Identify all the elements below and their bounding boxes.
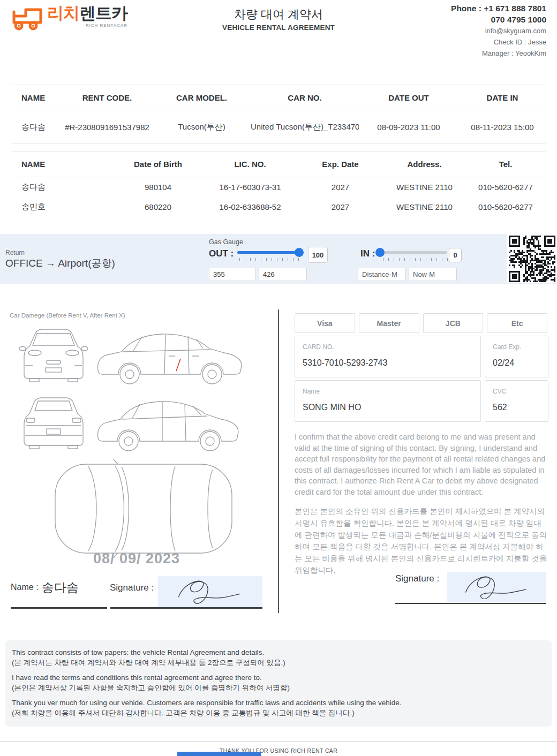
gas-gauge-label: Gas Gauge: [209, 238, 243, 246]
odometer-in-input[interactable]: [259, 268, 307, 281]
bottom-divider: [0, 741, 557, 742]
col-date-in: DATE IN: [458, 85, 546, 110]
bottom-blue-bar: [177, 752, 261, 756]
driver2-dob: 680220: [112, 197, 204, 217]
rental-agreement-page: 리치렌트카 RICH RENTACAR 차량 대여 계약서 VEHICLE RE…: [0, 0, 557, 756]
col-lic-no: LIC. NO.: [204, 152, 297, 177]
gas-out-ticks: [239, 258, 303, 261]
renter-signature-label: Signature :: [110, 583, 154, 593]
card-exp-box[interactable]: Card Exp. 02/24: [485, 336, 548, 377]
qr-code-box: [507, 234, 557, 283]
contract-notes: This contract consists of tow papers: th…: [5, 640, 552, 727]
card-name-label: Name: [303, 388, 473, 395]
note-3-ko: (저희 차량을 이용해 주셔서 대단히 감사합니다. 고객은 차량 이용 중 교…: [12, 708, 545, 718]
col-car-no: CAR NO.: [251, 85, 359, 110]
card-name-box[interactable]: Name SONG MIN HO: [295, 380, 481, 422]
gas-in-slider[interactable]: [377, 247, 447, 257]
card-type-tabs: Visa Master JCB Etc: [295, 313, 547, 333]
driver-row-2: 송민호 680220 16-02-633688-52 2027 WESTINE …: [11, 197, 546, 217]
driver2-address: WESTINE 2110: [384, 197, 465, 217]
car-damage-diagram[interactable]: [8, 319, 272, 561]
confirmation-text-en: I confirm that the above credit card bel…: [295, 432, 548, 497]
driver1-address: WESTINE 2110: [384, 177, 465, 197]
col-driver-name: NAME: [11, 152, 112, 177]
qr-code: [509, 236, 555, 282]
tab-master[interactable]: Master: [359, 313, 419, 333]
gas-out-value: 100: [308, 247, 328, 263]
driver-table-header-row: NAME Date of Birth LIC. NO. Exp. Date Ad…: [11, 152, 546, 177]
phone-primary: Phone : +1 671 888 7801: [451, 3, 546, 14]
return-label: Return: [5, 249, 25, 256]
driver2-exp: 2027: [297, 197, 384, 217]
rental-table-header-row: NAME RENT CODE. CAR MODEL. CAR NO. DATE …: [11, 85, 546, 110]
date-out: 08-09-2023 11:00: [359, 110, 458, 144]
card-cvc-box[interactable]: CVC 562: [485, 380, 548, 422]
driver2-lic: 16-02-633688-52: [204, 197, 297, 217]
manager-name: Manager : YeookKim: [451, 48, 546, 59]
driver1-exp: 2027: [297, 177, 384, 197]
vertical-divider: [278, 309, 279, 613]
gas-out-slider-thumb[interactable]: [295, 248, 304, 257]
car-model: Tucson(투산): [153, 110, 251, 144]
contact-email: info@skyguam.com: [451, 25, 546, 36]
renter-name: 송다솜: [11, 110, 62, 144]
damage-mark-red: [176, 359, 180, 371]
thank-you-text: THANK YOU FOR USING RICH RENT CAR: [0, 747, 557, 754]
confirmation-text-ko: 본인은 본인의 소유인 위의 신용카드를 본인이 제시하였으며 본 계약서의 서…: [295, 505, 548, 576]
card-signature-label: Signature :: [395, 573, 439, 584]
tab-jcb[interactable]: JCB: [423, 313, 484, 333]
card-signature-pad[interactable]: [447, 572, 546, 602]
renter-name-label: Name :: [11, 583, 39, 592]
renter-signature-line: [110, 607, 262, 609]
driver1-name: 송다솜: [11, 177, 112, 197]
date-in: 08-11-2023 15:00: [458, 110, 546, 144]
col-rent-code: RENT CODE.: [62, 85, 153, 110]
col-tel: Tel.: [465, 152, 546, 177]
gas-in-ticks: [383, 258, 448, 261]
rental-table: NAME RENT CODE. CAR MODEL. CAR NO. DATE …: [11, 85, 546, 144]
col-date-out: DATE OUT: [359, 85, 458, 110]
card-exp-value: 02/24: [493, 358, 540, 368]
col-exp-date: Exp. Date: [297, 152, 384, 177]
driver2-tel: 010-5620-6277: [465, 197, 546, 217]
note-3: Thank you ver much for using our vehide.…: [12, 698, 545, 718]
gas-in-value: 0: [449, 248, 462, 262]
check-id: Check ID : Jesse: [451, 36, 546, 48]
driver1-dob: 980104: [112, 177, 204, 197]
col-dob: Date of Birth: [112, 152, 204, 177]
contact-block: Phone : +1 671 888 7801 070 4795 1000 in…: [451, 3, 546, 59]
car-damage-label: Car Damege (Before Rent V, After Rent X): [10, 312, 125, 319]
note-3-en: Thank you ver much for using our vehide.…: [12, 698, 545, 708]
driver1-tel: 010-5620-6277: [465, 177, 546, 197]
card-signature-line: [395, 603, 546, 604]
card-name-value: SONG MIN HO: [303, 403, 473, 412]
distance-input[interactable]: [358, 268, 406, 281]
note-1-en: This contract consists of tow papers: th…: [12, 647, 545, 657]
note-2-ko: (본인은 계약서상 기록된 사항을 숙지하고 승인함에 있어 이를 증명하기 위…: [12, 683, 545, 693]
gas-in-slider-thumb[interactable]: [375, 248, 385, 257]
note-1: This contract consists of tow papers: th…: [12, 647, 545, 668]
card-no-label: CARD NO.: [303, 343, 473, 351]
col-address: Address.: [384, 152, 465, 177]
out-label: OUT :: [209, 248, 234, 259]
return-route: OFFICE → Airport(공항): [5, 256, 115, 270]
tab-visa[interactable]: Visa: [295, 313, 355, 333]
card-number-box[interactable]: CARD NO. 5310-7010-5293-2743: [295, 336, 481, 377]
note-2: I have read the terms and conditions thi…: [12, 672, 545, 693]
cvc-label: CVC: [493, 388, 540, 395]
tab-etc[interactable]: Etc: [487, 313, 547, 333]
renter-name-line: [11, 607, 107, 609]
card-signature-stroke: [447, 572, 546, 602]
col-name: NAME: [11, 85, 62, 110]
in-label: IN :: [360, 248, 375, 259]
gas-out-slider[interactable]: [237, 247, 302, 257]
renter-signature-pad[interactable]: [158, 576, 262, 607]
renter-name-value: 송다솜: [42, 579, 79, 596]
driver2-name: 송민호: [11, 197, 112, 217]
col-car-model: CAR MODEL.: [153, 85, 251, 110]
note-1-ko: (본 계약서는 차량 대여 계약서와 차량 대여 계약 세부내용 등 2장으로 …: [12, 657, 545, 668]
driver1-lic: 16-17-603073-31: [204, 177, 297, 197]
now-input[interactable]: [409, 268, 457, 281]
odometer-out-input[interactable]: [209, 268, 256, 281]
renter-signature-stroke: [158, 576, 262, 607]
